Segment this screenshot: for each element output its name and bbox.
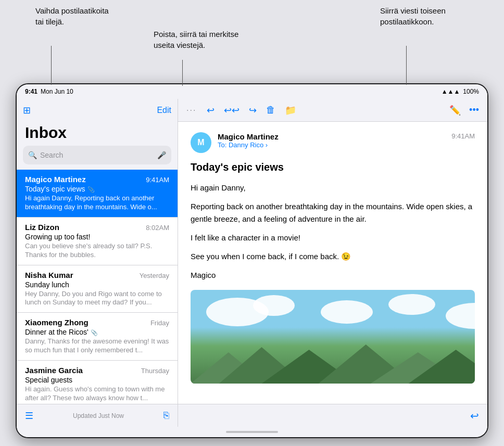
mail-time-2: Yesterday bbox=[140, 272, 169, 279]
mail-time-0: 9:41AM bbox=[146, 176, 169, 184]
forward-button[interactable]: ↪ bbox=[249, 105, 257, 116]
annotation-label-1: Vaihda postilaatikoita tai tilejä. bbox=[35, 5, 109, 27]
filter-icon[interactable]: ☰ bbox=[25, 410, 33, 422]
mail-preview-1: Can you believe she's already so tall? P… bbox=[25, 242, 169, 260]
email-content-area: M Magico Martinez To: Danny Rico › 9:41A… bbox=[178, 122, 487, 404]
reply-button[interactable]: ↩ bbox=[207, 105, 215, 116]
email-to[interactable]: To: Danny Rico › bbox=[218, 141, 445, 149]
annotation-label-3: Siirrä viesti toiseen postilaatikkoon. bbox=[380, 5, 446, 27]
mail-subject-2: Sunday lunch bbox=[25, 281, 169, 289]
archive-button[interactable]: 📁 bbox=[285, 105, 296, 116]
mail-sender-0: Magico Martinez bbox=[25, 175, 86, 184]
mail-preview-3: Danny, Thanks for the awesome evening! I… bbox=[25, 337, 169, 355]
ipad-frame: 9:41 Mon Jun 10 ▲▲▲ 100% ⊞ Edit Inbox bbox=[16, 83, 488, 438]
mail-preview-2: Hey Danny, Do you and Rigo want to come … bbox=[25, 290, 169, 308]
status-date: Mon Jun 10 bbox=[41, 88, 73, 95]
status-time: 9:41 bbox=[25, 88, 37, 95]
email-bottom-bar: ↩ bbox=[178, 404, 487, 427]
mail-sender-3: Xiaomeng Zhong bbox=[25, 318, 89, 327]
mail-time-1: 8:02AM bbox=[146, 224, 169, 232]
home-indicator bbox=[17, 427, 487, 437]
mail-sender-4: Jasmine Garcia bbox=[25, 366, 83, 375]
email-timestamp: 9:41AM bbox=[451, 132, 475, 140]
email-body: Hi again Danny, Reporting back on anothe… bbox=[191, 182, 475, 282]
email-body-p1: Reporting back on another breathtaking d… bbox=[191, 200, 475, 225]
email-body-p2: I felt like a character in a movie! bbox=[191, 232, 475, 244]
edit-button[interactable]: Edit bbox=[157, 106, 171, 115]
trash-button[interactable]: 🗑 bbox=[266, 105, 275, 116]
wifi-icon: ▲▲▲ bbox=[442, 88, 460, 95]
more-options-button[interactable]: ••• bbox=[469, 105, 479, 116]
mic-icon[interactable]: 🎤 bbox=[157, 151, 166, 159]
mail-time-4: Thursday bbox=[141, 367, 169, 375]
email-from: Magico Martinez bbox=[218, 132, 445, 141]
mail-item-0[interactable]: Magico Martinez 9:41AM Today's epic view… bbox=[17, 170, 178, 218]
mail-time-3: Friday bbox=[150, 319, 169, 327]
email-body-p4: Magico bbox=[191, 269, 475, 282]
sender-avatar: M bbox=[191, 132, 211, 153]
mail-sender-2: Nisha Kumar bbox=[25, 271, 73, 279]
mail-item-1[interactable]: Liz Dizon 8:02AM Growing up too fast! Ca… bbox=[17, 218, 178, 265]
email-toolbar: ··· ↩ ↩↩ ↪ 🗑 📁 ✏️ ••• bbox=[178, 99, 487, 122]
status-right: ▲▲▲ 100% bbox=[442, 88, 479, 95]
email-body-p0: Hi again Danny, bbox=[191, 182, 475, 194]
annotation-label-2: Poista, siirrä tai merkitse useita viest… bbox=[154, 29, 238, 50]
mail-subject-0: Today's epic views bbox=[25, 185, 85, 193]
compose-new-button[interactable]: ✏️ bbox=[449, 105, 461, 116]
status-bar: 9:41 Mon Jun 10 ▲▲▲ 100% bbox=[17, 84, 487, 99]
mail-subject-3: Dinner at the Ricos' bbox=[25, 328, 89, 336]
mail-preview-0: Hi again Danny, Reporting back on anothe… bbox=[25, 194, 169, 212]
attachment-icon-3: 📎 bbox=[91, 329, 98, 336]
email-subject: Today's epic views bbox=[191, 161, 475, 173]
search-bar[interactable]: 🔍 Search 🎤 bbox=[23, 146, 171, 164]
email-image bbox=[191, 290, 475, 384]
mail-items-list: Magico Martinez 9:41AM Today's epic view… bbox=[17, 170, 178, 404]
more-dots: ··· bbox=[186, 106, 196, 115]
toolbar-center-actions: ↩ ↩↩ ↪ 🗑 📁 bbox=[207, 105, 296, 116]
mail-list-bottom-bar: ☰ Updated Just Now ⎘ bbox=[17, 404, 178, 427]
mail-preview-4: Hi again. Guess who's coming to town wit… bbox=[25, 385, 169, 403]
toolbar-right-actions: ✏️ ••• bbox=[449, 105, 479, 116]
mail-item-4[interactable]: Jasmine Garcia Thursday Special guests H… bbox=[17, 361, 178, 404]
search-icon: 🔍 bbox=[28, 151, 37, 159]
mail-list-toolbar: ⊞ Edit bbox=[17, 99, 178, 122]
updated-status: Updated Just Now bbox=[33, 412, 163, 419]
attachment-icon-0: 📎 bbox=[87, 186, 95, 193]
mail-subject-4: Special guests bbox=[25, 376, 169, 384]
inbox-title: Inbox bbox=[17, 122, 178, 146]
mail-list-panel: ⊞ Edit Inbox 🔍 Search 🎤 Magico Mar bbox=[17, 99, 178, 427]
email-body-p3: See you when I come back, if I come back… bbox=[191, 250, 475, 263]
sidebar-toggle-button[interactable]: ⊞ bbox=[23, 105, 31, 116]
mail-item-3[interactable]: Xiaomeng Zhong Friday Dinner at the Rico… bbox=[17, 313, 178, 361]
mail-subject-1: Growing up too fast! bbox=[25, 233, 169, 241]
home-bar bbox=[226, 431, 278, 433]
search-placeholder-text: Search bbox=[40, 151, 154, 159]
compose-button[interactable]: ⎘ bbox=[163, 410, 169, 421]
reply-bottom-button[interactable]: ↩ bbox=[470, 410, 479, 422]
email-header: M Magico Martinez To: Danny Rico › 9:41A… bbox=[191, 132, 475, 153]
mail-item-2[interactable]: Nisha Kumar Yesterday Sunday lunch Hey D… bbox=[17, 265, 178, 313]
ipad-screen: 9:41 Mon Jun 10 ▲▲▲ 100% ⊞ Edit Inbox bbox=[17, 84, 487, 437]
battery-icon: 100% bbox=[463, 88, 479, 95]
reply-all-button[interactable]: ↩↩ bbox=[224, 105, 240, 116]
email-meta: Magico Martinez To: Danny Rico › bbox=[218, 132, 445, 149]
main-content: ⊞ Edit Inbox 🔍 Search 🎤 Magico Mar bbox=[17, 99, 487, 427]
email-view-panel: ··· ↩ ↩↩ ↪ 🗑 📁 ✏️ ••• bbox=[178, 99, 487, 427]
mail-sender-1: Liz Dizon bbox=[25, 223, 59, 232]
